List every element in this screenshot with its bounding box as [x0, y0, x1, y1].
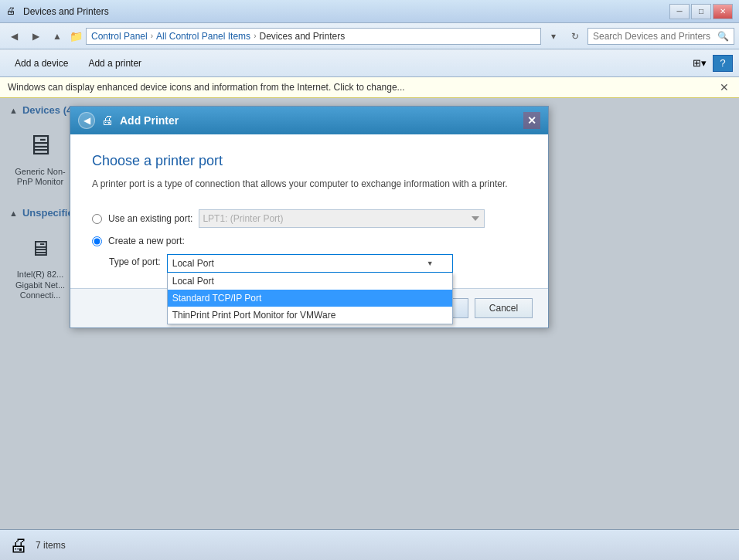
info-close-button[interactable]: ✕: [717, 80, 731, 94]
refresh-button[interactable]: ↻: [566, 28, 584, 45]
cancel-label: Cancel: [489, 303, 518, 314]
window-close-button[interactable]: ✕: [713, 4, 733, 19]
status-bar: 🖨 7 items: [0, 529, 739, 560]
title-controls: ─ □ ✕: [669, 4, 733, 19]
dialog-back-button[interactable]: ◀: [78, 112, 95, 129]
modal-overlay: ◀ 🖨 Add Printer ✕ Choose a printer port …: [0, 98, 739, 530]
port-type-dropdown-button[interactable]: Local Port ▼: [167, 254, 453, 273]
selected-type-label: Local Port: [172, 258, 214, 269]
breadcrumb-path: Control Panel › All Control Panel Items …: [86, 28, 541, 45]
dropdown-item-tcpip[interactable]: Standard TCP/IP Port: [168, 290, 452, 307]
add-printer-label: Add a printer: [88, 58, 141, 69]
dialog-title: Add Printer: [120, 114, 179, 127]
dialog-heading: Choose a printer port: [92, 153, 526, 169]
type-label: Type of port:: [92, 256, 161, 267]
breadcrumb-control-panel[interactable]: Control Panel: [91, 31, 148, 42]
window-title: Devices and Printers: [23, 6, 109, 17]
title-bar: 🖨 Devices and Printers ─ □ ✕: [0, 0, 739, 23]
existing-port-row: Use an existing port: LPT1: (Printer Por…: [92, 209, 526, 228]
dialog-printer-icon: 🖨: [101, 114, 114, 127]
maximize-button[interactable]: □: [691, 4, 711, 19]
help-button[interactable]: ?: [713, 55, 733, 72]
minimize-button[interactable]: ─: [669, 4, 690, 19]
search-box: 🔍: [587, 28, 734, 45]
type-row: Type of port: Local Port ▼ Local Port: [92, 254, 526, 273]
dialog-titlebar: ◀ 🖨 Add Printer ✕: [70, 107, 548, 134]
new-port-row: Create a new port:: [92, 236, 526, 246]
dialog-body: Choose a printer port A printer port is …: [70, 134, 548, 288]
view-options-button[interactable]: ⊞▾: [690, 55, 710, 72]
address-bar: ◀ ▶ ▲ 📁 Control Panel › All Control Pane…: [0, 23, 739, 49]
main-content: ▲ Devices (4) 🖥 Generic Non-PnP Monitor …: [0, 98, 739, 530]
breadcrumb-devices[interactable]: Devices and Printers: [259, 31, 345, 42]
add-device-label: Add a device: [15, 58, 68, 69]
search-input[interactable]: [593, 31, 714, 42]
new-port-radio[interactable]: [92, 236, 102, 246]
port-type-dropdown-container: Local Port ▼ Local Port Standard TCP/IP …: [167, 254, 453, 273]
status-count: 7 items: [36, 540, 66, 551]
search-icon: 🔍: [717, 31, 729, 42]
thinprint-port-option: ThinPrint Print Port Monitor for VMWare: [172, 310, 336, 321]
add-device-button[interactable]: Add a device: [6, 53, 77, 73]
existing-port-label[interactable]: Use an existing port:: [108, 213, 192, 224]
dialog-close-button[interactable]: ✕: [523, 112, 540, 129]
add-printer-dialog: ◀ 🖨 Add Printer ✕ Choose a printer port …: [70, 106, 549, 328]
info-message[interactable]: Windows can display enhanced device icon…: [8, 82, 405, 93]
status-printer-icon: 🖨: [9, 535, 28, 556]
new-port-label[interactable]: Create a new port:: [108, 236, 185, 246]
breadcrumb-all-items[interactable]: All Control Panel Items: [156, 31, 250, 42]
existing-port-radio[interactable]: [92, 214, 102, 224]
dropdown-arrow-icon: ▼: [427, 260, 434, 267]
dropdown-item-thinprint[interactable]: ThinPrint Print Port Monitor for VMWare: [168, 307, 452, 324]
local-port-option: Local Port: [172, 276, 214, 287]
forward-button[interactable]: ▶: [26, 28, 45, 45]
toolbar: Add a device Add a printer ⊞▾ ?: [0, 49, 739, 77]
cancel-button[interactable]: Cancel: [475, 298, 533, 318]
breadcrumb-dropdown-button[interactable]: ▾: [544, 28, 563, 45]
back-button[interactable]: ◀: [5, 28, 23, 45]
window-icon: 🖨: [6, 5, 19, 18]
add-printer-button[interactable]: Add a printer: [80, 53, 150, 73]
dropdown-item-local[interactable]: Local Port: [168, 273, 452, 290]
dialog-description: A printer port is a type of connection t…: [92, 177, 526, 191]
info-bar: Windows can display enhanced device icon…: [0, 77, 739, 98]
tcpip-port-option: Standard TCP/IP Port: [172, 293, 262, 304]
port-type-dropdown-list: Local Port Standard TCP/IP Port ThinPrin…: [167, 273, 453, 324]
dialog-back-icon: ◀: [83, 115, 90, 126]
existing-port-select[interactable]: LPT1: (Printer Port): [199, 209, 485, 228]
path-icon: 📁: [70, 30, 83, 42]
up-button[interactable]: ▲: [48, 28, 66, 45]
